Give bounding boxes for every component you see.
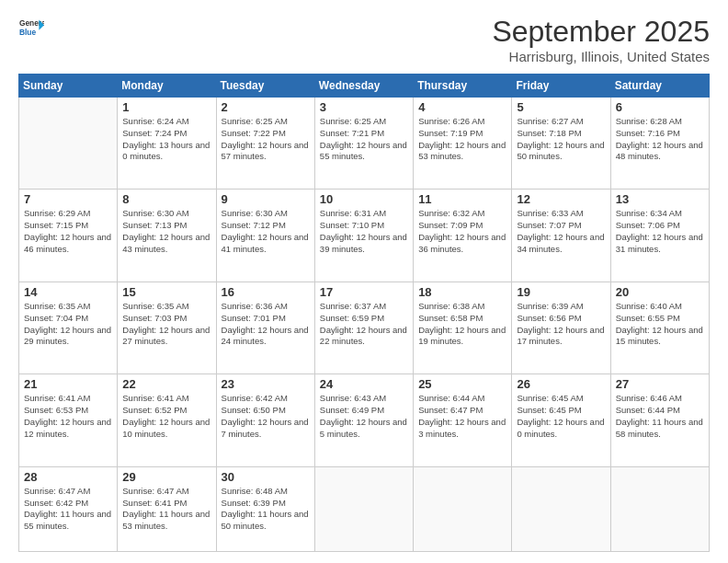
day-number: 11: [418, 192, 506, 206]
calendar-cell: [414, 466, 512, 551]
calendar-cell: 18 Sunrise: 6:38 AM Sunset: 6:58 PM Dayl…: [414, 282, 512, 373]
day-number: 21: [24, 377, 112, 391]
calendar-cell: 13 Sunrise: 6:34 AM Sunset: 7:06 PM Dayl…: [610, 190, 709, 282]
calendar-cell: 14 Sunrise: 6:35 AM Sunset: 7:04 PM Dayl…: [19, 282, 118, 373]
day-number: 7: [24, 192, 112, 206]
calendar-cell: 21 Sunrise: 6:41 AM Sunset: 6:53 PM Dayl…: [19, 374, 118, 466]
day-number: 24: [320, 377, 408, 391]
day-number: 6: [616, 100, 704, 114]
calendar-cell: 5 Sunrise: 6:27 AM Sunset: 7:18 PM Dayli…: [512, 98, 610, 190]
header-friday: Friday: [512, 75, 610, 98]
header-monday: Monday: [118, 75, 216, 98]
day-info: Sunrise: 6:29 AM Sunset: 7:15 PM Dayligh…: [24, 208, 112, 255]
day-info: Sunrise: 6:32 AM Sunset: 7:09 PM Dayligh…: [418, 208, 506, 255]
day-number: 10: [320, 192, 408, 206]
calendar-cell: [512, 466, 610, 551]
day-info: Sunrise: 6:31 AM Sunset: 7:10 PM Dayligh…: [320, 208, 408, 255]
calendar-cell: 23 Sunrise: 6:42 AM Sunset: 6:50 PM Dayl…: [216, 374, 314, 466]
day-info: Sunrise: 6:44 AM Sunset: 6:47 PM Dayligh…: [418, 393, 506, 440]
day-info: Sunrise: 6:30 AM Sunset: 7:13 PM Dayligh…: [122, 208, 210, 255]
calendar-cell: [314, 466, 413, 551]
header-sunday: Sunday: [19, 75, 118, 98]
day-number: 15: [122, 285, 210, 299]
calendar-cell: 9 Sunrise: 6:30 AM Sunset: 7:12 PM Dayli…: [216, 190, 314, 282]
calendar-cell: 1 Sunrise: 6:24 AM Sunset: 7:24 PM Dayli…: [118, 98, 216, 190]
day-info: Sunrise: 6:40 AM Sunset: 6:55 PM Dayligh…: [616, 301, 704, 348]
day-info: Sunrise: 6:37 AM Sunset: 6:59 PM Dayligh…: [320, 301, 408, 348]
day-info: Sunrise: 6:34 AM Sunset: 7:06 PM Dayligh…: [616, 208, 704, 255]
day-number: 13: [616, 192, 704, 206]
day-number: 8: [122, 192, 210, 206]
header-tuesday: Tuesday: [216, 75, 314, 98]
day-number: 23: [222, 377, 310, 391]
day-number: 12: [517, 192, 605, 206]
header-saturday: Saturday: [610, 75, 709, 98]
calendar-cell: 24 Sunrise: 6:43 AM Sunset: 6:49 PM Dayl…: [314, 374, 413, 466]
calendar-cell: [19, 98, 118, 190]
day-number: 4: [418, 100, 506, 114]
day-number: 27: [616, 377, 704, 391]
day-info: Sunrise: 6:48 AM Sunset: 6:39 PM Dayligh…: [222, 486, 310, 533]
day-info: Sunrise: 6:27 AM Sunset: 7:18 PM Dayligh…: [517, 116, 605, 163]
week-row-2: 14 Sunrise: 6:35 AM Sunset: 7:04 PM Dayl…: [19, 282, 710, 373]
day-info: Sunrise: 6:28 AM Sunset: 7:16 PM Dayligh…: [616, 116, 704, 163]
day-info: Sunrise: 6:25 AM Sunset: 7:21 PM Dayligh…: [320, 116, 408, 163]
header-thursday: Thursday: [414, 75, 512, 98]
calendar-cell: 10 Sunrise: 6:31 AM Sunset: 7:10 PM Dayl…: [314, 190, 413, 282]
logo: General Blue: [18, 15, 44, 40]
calendar-cell: 6 Sunrise: 6:28 AM Sunset: 7:16 PM Dayli…: [610, 98, 709, 190]
weekday-header-row: Sunday Monday Tuesday Wednesday Thursday…: [19, 75, 710, 98]
day-number: 18: [418, 285, 506, 299]
day-info: Sunrise: 6:45 AM Sunset: 6:45 PM Dayligh…: [517, 393, 605, 440]
day-number: 16: [222, 285, 310, 299]
calendar-cell: 8 Sunrise: 6:30 AM Sunset: 7:13 PM Dayli…: [118, 190, 216, 282]
day-number: 30: [222, 470, 310, 484]
day-number: 17: [320, 285, 408, 299]
calendar-cell: 29 Sunrise: 6:47 AM Sunset: 6:41 PM Dayl…: [118, 466, 216, 551]
day-number: 2: [222, 100, 310, 114]
week-row-1: 7 Sunrise: 6:29 AM Sunset: 7:15 PM Dayli…: [19, 190, 710, 282]
day-number: 29: [122, 470, 210, 484]
week-row-0: 1 Sunrise: 6:24 AM Sunset: 7:24 PM Dayli…: [19, 98, 710, 190]
calendar-cell: 3 Sunrise: 6:25 AM Sunset: 7:21 PM Dayli…: [314, 98, 413, 190]
day-number: 3: [320, 100, 408, 114]
day-number: 19: [517, 285, 605, 299]
day-info: Sunrise: 6:33 AM Sunset: 7:07 PM Dayligh…: [517, 208, 605, 255]
day-info: Sunrise: 6:41 AM Sunset: 6:52 PM Dayligh…: [122, 393, 210, 440]
day-info: Sunrise: 6:47 AM Sunset: 6:42 PM Dayligh…: [24, 486, 112, 533]
day-info: Sunrise: 6:25 AM Sunset: 7:22 PM Dayligh…: [222, 116, 310, 163]
calendar-cell: 22 Sunrise: 6:41 AM Sunset: 6:52 PM Dayl…: [118, 374, 216, 466]
calendar: Sunday Monday Tuesday Wednesday Thursday…: [18, 74, 710, 552]
day-info: Sunrise: 6:43 AM Sunset: 6:49 PM Dayligh…: [320, 393, 408, 440]
subtitle: Harrisburg, Illinois, United States: [492, 49, 710, 64]
day-number: 5: [517, 100, 605, 114]
day-number: 26: [517, 377, 605, 391]
svg-text:Blue: Blue: [19, 28, 36, 37]
page: General Blue September 2025 Harrisburg, …: [0, 0, 728, 563]
day-info: Sunrise: 6:39 AM Sunset: 6:56 PM Dayligh…: [517, 301, 605, 348]
calendar-cell: 26 Sunrise: 6:45 AM Sunset: 6:45 PM Dayl…: [512, 374, 610, 466]
day-info: Sunrise: 6:35 AM Sunset: 7:04 PM Dayligh…: [24, 301, 112, 348]
calendar-cell: 16 Sunrise: 6:36 AM Sunset: 7:01 PM Dayl…: [216, 282, 314, 373]
day-number: 1: [122, 100, 210, 114]
calendar-cell: 4 Sunrise: 6:26 AM Sunset: 7:19 PM Dayli…: [414, 98, 512, 190]
day-number: 28: [24, 470, 112, 484]
day-number: 9: [222, 192, 310, 206]
calendar-cell: 2 Sunrise: 6:25 AM Sunset: 7:22 PM Dayli…: [216, 98, 314, 190]
calendar-cell: 30 Sunrise: 6:48 AM Sunset: 6:39 PM Dayl…: [216, 466, 314, 551]
title-section: September 2025 Harrisburg, Illinois, Uni…: [492, 15, 710, 64]
main-title: September 2025: [492, 15, 710, 49]
day-number: 14: [24, 285, 112, 299]
week-row-4: 28 Sunrise: 6:47 AM Sunset: 6:42 PM Dayl…: [19, 466, 710, 551]
calendar-cell: 25 Sunrise: 6:44 AM Sunset: 6:47 PM Dayl…: [414, 374, 512, 466]
day-number: 25: [418, 377, 506, 391]
calendar-cell: 7 Sunrise: 6:29 AM Sunset: 7:15 PM Dayli…: [19, 190, 118, 282]
day-info: Sunrise: 6:36 AM Sunset: 7:01 PM Dayligh…: [222, 301, 310, 348]
calendar-cell: 17 Sunrise: 6:37 AM Sunset: 6:59 PM Dayl…: [314, 282, 413, 373]
day-number: 20: [616, 285, 704, 299]
header-wednesday: Wednesday: [314, 75, 413, 98]
day-info: Sunrise: 6:30 AM Sunset: 7:12 PM Dayligh…: [222, 208, 310, 255]
day-info: Sunrise: 6:47 AM Sunset: 6:41 PM Dayligh…: [122, 486, 210, 533]
header: General Blue September 2025 Harrisburg, …: [18, 15, 710, 64]
day-number: 22: [122, 377, 210, 391]
